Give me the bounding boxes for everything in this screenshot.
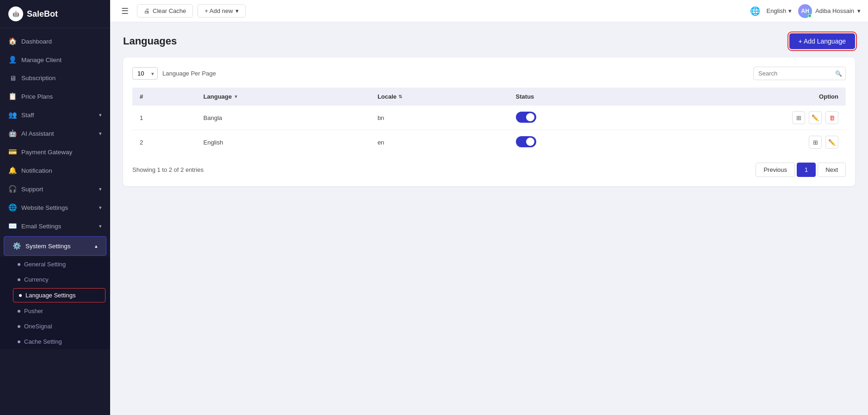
- sub-item-label: General Setting: [24, 261, 66, 268]
- language-selector[interactable]: English ▾: [767, 7, 792, 14]
- chevron-down-icon: ▾: [99, 186, 102, 192]
- sidebar-item-system-settings[interactable]: ⚙️ System Settings ▴: [4, 236, 106, 256]
- printer-icon: 🖨: [144, 7, 150, 14]
- cell-locale: bn: [370, 106, 508, 130]
- sort-icon: ⇅: [398, 94, 402, 99]
- dashboard-icon: 🏠: [8, 37, 17, 45]
- sidebar-logo[interactable]: 🤖 SaleBot: [0, 0, 110, 28]
- sidebar-item-website-settings[interactable]: 🌐 Website Settings ▾: [0, 198, 110, 217]
- chevron-down-icon: ▾: [236, 7, 239, 14]
- table-row: 1 Bangla bn ⊞ ✏️ 🗑: [132, 106, 846, 130]
- previous-button[interactable]: Previous: [756, 163, 795, 177]
- table-controls: 10 25 50 Language Per Page: [132, 67, 846, 80]
- sort-icon: ▼: [234, 94, 238, 99]
- sidebar-item-language-settings[interactable]: Language Settings: [13, 288, 105, 302]
- col-header-number: #: [132, 88, 196, 106]
- entries-info: Showing 1 to 2 of 2 entries: [132, 166, 204, 173]
- cell-id: 1: [132, 106, 196, 130]
- pagination: Previous 1 Next: [756, 163, 846, 177]
- col-header-language[interactable]: Language ▼: [196, 88, 370, 106]
- logo-text: SaleBot: [27, 9, 58, 19]
- bullet-icon: [18, 263, 20, 266]
- per-page-select[interactable]: 10 25 50: [132, 67, 158, 80]
- sub-item-label: OneSignal: [24, 323, 52, 330]
- sub-item-label: Pusher: [24, 308, 43, 314]
- sidebar-item-general-setting[interactable]: General Setting: [0, 257, 110, 272]
- user-menu[interactable]: AH Adiba Hossain ▾: [798, 4, 861, 18]
- cell-language: English: [196, 130, 370, 155]
- cell-options: ⊞ ✏️ 🗑: [632, 106, 846, 130]
- content-area: Languages + Add Language 10 25 50 Langua…: [110, 22, 868, 415]
- sidebar-item-pusher[interactable]: Pusher: [0, 303, 110, 319]
- page-1-button[interactable]: 1: [797, 163, 816, 177]
- per-page-select-wrapper: 10 25 50: [132, 67, 158, 80]
- sidebar-nav: 🏠 Dashboard 👤 Manage Client 🖥 Subscripti…: [0, 28, 110, 415]
- languages-table: # Language ▼ Locale ⇅: [132, 88, 846, 154]
- person-icon: 👤: [8, 56, 17, 64]
- table-card: 10 25 50 Language Per Page #: [123, 57, 855, 186]
- col-header-locale[interactable]: Locale ⇅: [370, 88, 508, 106]
- sidebar-item-currency[interactable]: Currency: [0, 272, 110, 287]
- website-icon: 🌐: [8, 203, 17, 212]
- cell-language: Bangla: [196, 106, 370, 130]
- sidebar-item-onesignal[interactable]: OneSignal: [0, 319, 110, 334]
- sidebar-item-label: Dashboard: [21, 38, 52, 45]
- add-language-button[interactable]: + Add Language: [789, 33, 855, 49]
- cell-options: ⊞ ✏️: [632, 130, 846, 155]
- sidebar-item-payment-gateway[interactable]: 💳 Payment Gateway: [0, 143, 110, 161]
- main-content: ☰ 🖨 Clear Cache + Add new ▾ 🌐 English ▾ …: [110, 0, 868, 415]
- hamburger-button[interactable]: ☰: [118, 4, 132, 18]
- cell-id: 2: [132, 130, 196, 155]
- sidebar-item-label: AI Assistant: [21, 130, 54, 137]
- view-button[interactable]: ⊞: [809, 136, 822, 149]
- edit-button[interactable]: ✏️: [809, 111, 822, 124]
- sidebar-item-email-settings[interactable]: ✉️ Email Settings ▾: [0, 217, 110, 235]
- view-button[interactable]: ⊞: [792, 111, 805, 124]
- sidebar-item-label: Payment Gateway: [21, 149, 72, 156]
- sidebar-item-label: Email Settings: [21, 223, 61, 230]
- payment-icon: 💳: [8, 148, 17, 156]
- sidebar-item-label: Website Settings: [21, 204, 68, 211]
- table-row: 2 English en ⊞ ✏️: [132, 130, 846, 155]
- col-header-option: Option: [632, 88, 846, 106]
- subscription-icon: 🖥: [8, 74, 17, 82]
- settings-icon: ⚙️: [12, 242, 21, 250]
- toggle-slider: [516, 136, 536, 147]
- status-toggle[interactable]: [516, 112, 536, 123]
- price-plans-icon: 📋: [8, 92, 17, 101]
- sidebar-item-label: Notification: [21, 167, 52, 174]
- logo-icon: 🤖: [8, 6, 23, 21]
- edit-button[interactable]: ✏️: [825, 136, 838, 149]
- status-toggle[interactable]: [516, 136, 536, 147]
- sidebar-item-subscription[interactable]: 🖥 Subscription: [0, 69, 110, 87]
- sidebar-item-staff[interactable]: 👥 Staff ▾: [0, 106, 110, 124]
- sidebar-item-ai-assistant[interactable]: 🤖 AI Assistant ▾: [0, 124, 110, 143]
- col-header-status: Status: [508, 88, 632, 106]
- system-settings-submenu: General Setting Currency Language Settin…: [0, 257, 110, 349]
- sidebar-item-manage-client[interactable]: 👤 Manage Client: [0, 50, 110, 69]
- sidebar-item-price-plans[interactable]: 📋 Price Plans: [0, 87, 110, 106]
- next-button[interactable]: Next: [818, 163, 846, 177]
- topbar: ☰ 🖨 Clear Cache + Add new ▾ 🌐 English ▾ …: [110, 0, 868, 22]
- search-wrapper: [753, 67, 846, 80]
- bullet-icon: [18, 278, 20, 281]
- sidebar-item-cache-setting[interactable]: Cache Setting: [0, 334, 110, 349]
- add-new-button[interactable]: + Add new ▾: [198, 4, 246, 18]
- sidebar-item-notification[interactable]: 🔔 Notification: [0, 161, 110, 180]
- chevron-down-icon: ▾: [857, 7, 861, 14]
- sidebar-item-support[interactable]: 🎧 Support ▾: [0, 180, 110, 198]
- avatar: AH: [798, 4, 812, 18]
- bullet-icon: [18, 340, 20, 343]
- delete-button[interactable]: 🗑: [825, 111, 838, 124]
- sidebar-item-label: Staff: [21, 112, 34, 119]
- page-title: Languages: [123, 35, 177, 47]
- search-input[interactable]: [753, 67, 846, 80]
- sidebar: 🤖 SaleBot 🏠 Dashboard 👤 Manage Client 🖥 …: [0, 0, 110, 415]
- sidebar-item-label: Manage Client: [21, 57, 62, 63]
- chevron-up-icon: ▴: [95, 243, 98, 249]
- chevron-down-icon: ▾: [788, 7, 792, 14]
- table-footer: Showing 1 to 2 of 2 entries Previous 1 N…: [132, 163, 846, 177]
- sidebar-item-dashboard[interactable]: 🏠 Dashboard: [0, 32, 110, 50]
- bullet-icon: [18, 325, 20, 328]
- clear-cache-button[interactable]: 🖨 Clear Cache: [137, 4, 193, 18]
